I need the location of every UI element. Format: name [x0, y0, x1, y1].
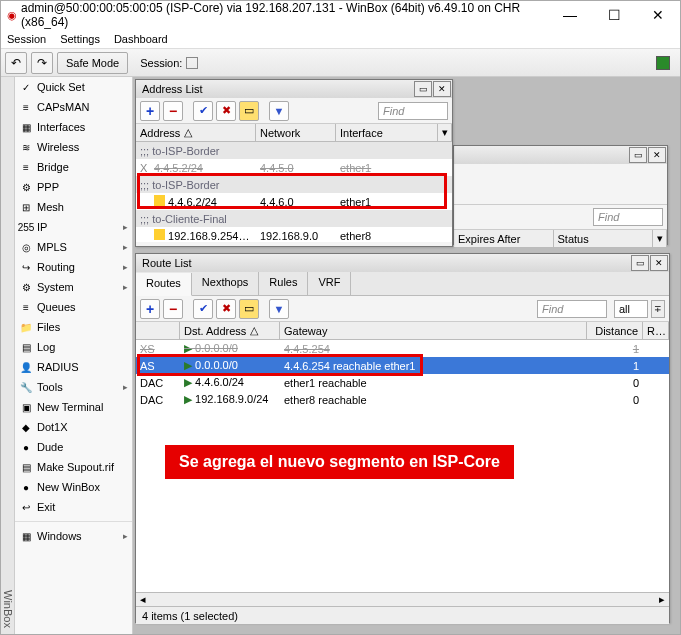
sidebar-item-exit[interactable]: ↩Exit [15, 497, 132, 517]
sidebar-label: MPLS [37, 241, 67, 253]
addr-minimize-icon[interactable]: ▭ [414, 81, 432, 97]
tab-nexthops[interactable]: Nexthops [192, 272, 259, 295]
address-find-input[interactable]: Find [378, 102, 448, 120]
group-row[interactable]: ;;; to-Cliente-Final [136, 210, 452, 227]
remove-button[interactable]: − [163, 101, 183, 121]
sidebar-item-mpls[interactable]: ◎MPLS▸ [15, 237, 132, 257]
sidebar-item-tools[interactable]: 🔧Tools▸ [15, 377, 132, 397]
route-enable-button[interactable]: ✔ [193, 299, 213, 319]
maximize-button[interactable]: ☐ [592, 1, 636, 29]
menu-settings[interactable]: Settings [60, 33, 100, 45]
sidebar-label: Dude [37, 441, 63, 453]
filter-button[interactable]: ▼ [269, 101, 289, 121]
route-list-window[interactable]: Route List ▭✕ Routes Nexthops Rules VRF … [135, 253, 670, 623]
sidebar-item-make-supout-rif[interactable]: ▤Make Supout.rif [15, 457, 132, 477]
close-button[interactable]: ✕ [636, 1, 680, 29]
route-add-button[interactable]: + [140, 299, 160, 319]
secondary-close-icon[interactable]: ✕ [648, 147, 666, 163]
sidebar-icon: 🔧 [19, 380, 33, 394]
sidebar-item-radius[interactable]: 👤RADIUS [15, 357, 132, 377]
sidebar-icon: ▤ [19, 340, 33, 354]
address-list-window[interactable]: Address List ▭✕ + − ✔ ✖ ▭ ▼ Find Address… [135, 79, 453, 247]
sidebar-item-new-terminal[interactable]: ▣New Terminal [15, 397, 132, 417]
address-row[interactable]: 192.168.9.254…192.168.9.0ether8 [136, 227, 452, 242]
app-icon: ◉ [7, 9, 17, 22]
disable-button[interactable]: ✖ [216, 101, 236, 121]
route-filter-button[interactable]: ▼ [269, 299, 289, 319]
route-filter-arrow[interactable]: ∓ [651, 300, 665, 318]
sidebar-item-new-winbox[interactable]: ●New WinBox [15, 477, 132, 497]
col-status[interactable]: Status [554, 230, 654, 247]
route-row[interactable]: DAC▶ 4.4.6.0/24ether1 reachable0 [136, 374, 669, 391]
sidebar-item-mesh[interactable]: ⊞Mesh [15, 197, 132, 217]
sidebar-item-wireless[interactable]: ≋Wireless [15, 137, 132, 157]
menubar: Session Settings Dashboard [1, 29, 680, 49]
sidebar-item-windows[interactable]: ▦Windows▸ [15, 526, 132, 546]
col-flags[interactable] [136, 322, 180, 339]
col-network[interactable]: Network [256, 124, 336, 141]
col-expires[interactable]: Expires After [454, 230, 554, 247]
col-dst[interactable]: Dst. Address △ [180, 322, 280, 339]
session-input[interactable] [186, 57, 198, 69]
redo-button[interactable]: ↷ [31, 52, 53, 74]
col-gateway[interactable]: Gateway [280, 322, 587, 339]
sidebar-icon: ✓ [19, 80, 33, 94]
secondary-window[interactable]: ▭✕ Find Expires After Status ▾ [453, 145, 668, 245]
col-drop-addr[interactable]: ▾ [438, 124, 452, 141]
sidebar-item-interfaces[interactable]: ▦Interfaces [15, 117, 132, 137]
route-find-input[interactable]: Find [537, 300, 607, 318]
scroll-left[interactable]: ◂ [136, 593, 150, 606]
tab-rules[interactable]: Rules [259, 272, 308, 295]
sidebar-item-log[interactable]: ▤Log [15, 337, 132, 357]
secondary-minimize-icon[interactable]: ▭ [629, 147, 647, 163]
col-drop[interactable]: ▾ [653, 230, 667, 247]
session-label: Session: [140, 57, 182, 69]
group-row[interactable]: ;;; to-ISP-Border [136, 142, 452, 159]
sidebar-item-ppp[interactable]: ⚙PPP [15, 177, 132, 197]
sidebar-item-routing[interactable]: ↪Routing▸ [15, 257, 132, 277]
route-disable-button[interactable]: ✖ [216, 299, 236, 319]
col-distance[interactable]: Distance [587, 322, 643, 339]
route-remove-button[interactable]: − [163, 299, 183, 319]
scroll-right[interactable]: ▸ [655, 593, 669, 606]
sidebar-item-dude[interactable]: ●Dude [15, 437, 132, 457]
sidebar-label: Log [37, 341, 55, 353]
sidebar-item-ip[interactable]: 255IP▸ [15, 217, 132, 237]
chevron-right-icon: ▸ [123, 382, 128, 392]
col-address[interactable]: Address △ [136, 124, 256, 141]
route-row[interactable]: DAC▶ 192.168.9.0/24ether8 reachable0 [136, 391, 669, 408]
safe-mode-button[interactable]: Safe Mode [57, 52, 128, 74]
enable-button[interactable]: ✔ [193, 101, 213, 121]
sidebar-item-quick-set[interactable]: ✓Quick Set [15, 77, 132, 97]
menu-dashboard[interactable]: Dashboard [114, 33, 168, 45]
route-filter-dropdown[interactable]: all [614, 300, 648, 318]
sidebar-item-files[interactable]: 📁Files [15, 317, 132, 337]
sidebar-label: Quick Set [37, 81, 85, 93]
sidebar-icon: ⚙ [19, 180, 33, 194]
route-icon: ▶ [184, 376, 192, 388]
sidebar-icon: ↩ [19, 500, 33, 514]
addr-close-icon[interactable]: ✕ [433, 81, 451, 97]
secondary-find-input[interactable]: Find [593, 208, 663, 226]
route-close-icon[interactable]: ✕ [650, 255, 668, 271]
minimize-button[interactable]: — [548, 1, 592, 29]
sidebar-item-queues[interactable]: ≡Queues [15, 297, 132, 317]
sidebar-item-system[interactable]: ⚙System▸ [15, 277, 132, 297]
route-comment-button[interactable]: ▭ [239, 299, 259, 319]
tab-vrf[interactable]: VRF [308, 272, 351, 295]
sidebar-item-capsman[interactable]: ≡CAPsMAN [15, 97, 132, 117]
comment-button[interactable]: ▭ [239, 101, 259, 121]
col-interface[interactable]: Interface [336, 124, 438, 141]
menu-session[interactable]: Session [7, 33, 46, 45]
route-minimize-icon[interactable]: ▭ [631, 255, 649, 271]
add-button[interactable]: + [140, 101, 160, 121]
sidebar-item-bridge[interactable]: ≡Bridge [15, 157, 132, 177]
undo-button[interactable]: ↶ [5, 52, 27, 74]
sidebar-item-dot1x[interactable]: ◆Dot1X [15, 417, 132, 437]
route-icon: ▶ [184, 393, 192, 405]
sidebar-label: System [37, 281, 74, 293]
col-r[interactable]: R… [643, 322, 669, 339]
chevron-right-icon: ▸ [123, 262, 128, 272]
tab-routes[interactable]: Routes [136, 273, 192, 296]
sidebar-label: IP [37, 221, 47, 233]
